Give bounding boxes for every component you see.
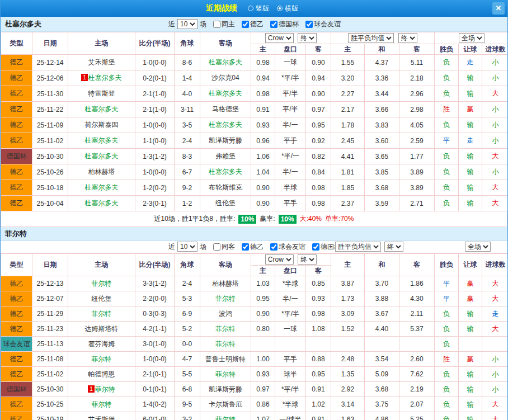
scope-select[interactable]: 全场 [459,33,485,43]
asian-odds-cell: 0.95 [306,117,331,133]
team-name-link[interactable]: 波鸿 [219,310,232,318]
europe-odds-select[interactable]: 胜平负均值 [335,242,381,252]
europe-odds-header: 胜平负均值 终 [331,32,435,44]
asian-odds-cell: 1.08 [306,322,331,337]
europe-odds-cell: 3.65 [365,149,399,164]
team-name-link[interactable]: 菲尔特 [95,385,115,393]
asian-odds-cell: 1.04 [251,164,275,180]
team-name-link[interactable]: 马格德堡 [212,105,239,113]
league-cup-checkbox[interactable] [312,243,319,251]
layout-option-vertical[interactable]: 竖版 [248,4,269,13]
team-name-link[interactable]: 杜塞尔多夫 [85,136,119,144]
home-team-cell: 特雷斯登 [68,86,135,102]
team-name-link[interactable]: 弗赖堡 [215,152,236,160]
radio-selected-icon[interactable] [277,6,283,11]
asian-odds-cell: 1.06 [251,149,275,164]
filter-league-friendly[interactable]: 球会友谊 [305,20,341,29]
europe-odds-cell: 2.98 [399,102,435,117]
match-date-cell: 25-11-02 [32,133,68,149]
team-header-fuerth: 菲尔特 [1,227,507,241]
league-type-cell: 德乙 [1,367,32,382]
match-row: 德乙25-12-13菲尔特3-3(1-2)2-4柏林赫塔1.03*半球0.853… [1,276,508,291]
team-name-link[interactable]: 菲尔特 [215,370,236,378]
team-name-link[interactable]: 特雷斯登 [88,89,115,97]
team-name-link[interactable]: 普鲁士明斯特 [205,355,246,363]
layout-option-horizontal[interactable]: 横版 [277,4,298,13]
league-cup-checkbox[interactable] [270,21,277,28]
same-home-checkbox[interactable] [213,21,220,28]
team-name-link[interactable]: 菲尔特 [215,340,236,348]
league-dey-checkbox[interactable] [242,21,249,28]
europe-time-select[interactable]: 终 [384,242,403,252]
team-name-link[interactable]: 艾禾斯堡 [88,58,115,66]
team-name-link[interactable]: 纽伦堡 [215,199,236,207]
team-name-link[interactable]: 杜塞尔多夫 [209,58,242,66]
handicap-cell: 平手 [275,196,306,211]
team-name-link[interactable]: 菲尔特 [92,355,112,363]
team-name-link[interactable]: 柏林赫塔 [212,280,239,287]
team-name-link[interactable]: 杜塞尔多夫 [209,89,242,97]
europe-odds-select[interactable]: 胜平负均值 [348,33,394,43]
scope-select[interactable]: 全场 [465,242,491,252]
filter-league-dey[interactable]: 德乙 [242,20,264,29]
filter-league-cup[interactable]: 德国杯 [270,20,299,29]
filter-same-home[interactable]: 同主 [213,20,235,29]
team-name-link[interactable]: 菲尔特 [92,400,112,408]
team-name-link[interactable]: 帕德博恩 [88,370,115,378]
filter-league-dey[interactable]: 德乙 [242,242,264,252]
team-name-link[interactable]: 卡尔斯鲁厄 [209,400,242,408]
home-team-cell: 菲尔特 [68,397,135,412]
recent-count-select[interactable]: 10 [177,242,197,252]
match-date-cell: 25-10-18 [32,180,68,196]
team-name-link[interactable]: 杜塞尔多夫 [88,74,122,82]
europe-odds-cell: 2.19 [399,382,435,397]
europe-time-select[interactable]: 终 [398,33,417,43]
recent-count-select[interactable]: 10 [177,19,197,29]
away-team-cell: 杜塞尔多夫 [200,86,251,102]
team-name-link[interactable]: 杜塞尔多夫 [85,105,119,113]
europe-odds-cell: 1.63 [331,412,365,420]
same-away-checkbox[interactable] [213,243,220,251]
league-friendly-checkbox[interactable] [305,21,313,28]
team-name-link[interactable]: 艾禾斯堡 [88,416,115,420]
team-name-link[interactable]: 菲尔特 [215,325,236,333]
league-dey-checkbox[interactable] [242,243,249,251]
team-name-link[interactable]: 霍芬海姆 [88,340,115,348]
team-name-link[interactable]: 杜塞尔多夫 [209,168,242,176]
odds-time-select[interactable]: 终 [298,33,317,43]
league-friendly-checkbox[interactable] [270,243,277,251]
asian-odds-cell: 0.80 [251,322,275,337]
corner-cell: 2-4 [175,276,200,291]
odds-company-select[interactable]: Crow [265,33,294,43]
close-button[interactable]: ✕ [492,2,505,15]
europe-odds-cell: 4.30 [399,291,435,306]
team-name-link[interactable]: 杜塞尔多夫 [85,152,119,160]
filter-league-friendly[interactable]: 球会友谊 [270,242,305,252]
asian-odds-cell [251,337,275,352]
team-name-link[interactable]: 荷尔斯泰因 [85,121,119,129]
team-name-link[interactable]: 凯泽斯劳滕 [209,385,242,393]
odds-time-select[interactable]: 终 [298,254,317,265]
handicap-cell: 平/半 [275,86,306,102]
team-name-link[interactable]: 菲尔特 [215,295,236,303]
subcol-handicap-result: 让球 [459,44,482,55]
radio-unselected-icon[interactable] [248,6,253,11]
team-name-link[interactable]: 菲尔特 [215,416,236,420]
team-name-link[interactable]: 柏林赫塔 [88,168,115,176]
team-name-link[interactable]: 杜塞尔多夫 [85,199,119,207]
team-name-link[interactable]: 沙尔克04 [211,74,239,82]
team-name-link[interactable]: 菲尔特 [92,310,112,318]
team-name-link[interactable]: 杜塞尔多夫 [85,183,119,191]
goals-result-cell: 大 [482,397,508,412]
team-name-link[interactable]: 布轮斯维克 [209,183,242,191]
handicap-result-cell: 输 [459,164,482,180]
team-name-link[interactable]: 凯泽斯劳滕 [209,136,242,144]
league-type-cell: 德乙 [1,412,32,420]
team-name-link[interactable]: 杜塞尔多夫 [209,121,242,129]
filter-same-away[interactable]: 同客 [213,242,235,252]
team-name-link[interactable]: 菲尔特 [92,280,112,287]
asian-odds-cell: 0.91 [251,102,275,117]
team-name-link[interactable]: 纽伦堡 [92,295,112,303]
odds-company-select[interactable]: Crow [265,254,294,265]
team-name-link[interactable]: 达姆斯塔特 [85,325,119,333]
